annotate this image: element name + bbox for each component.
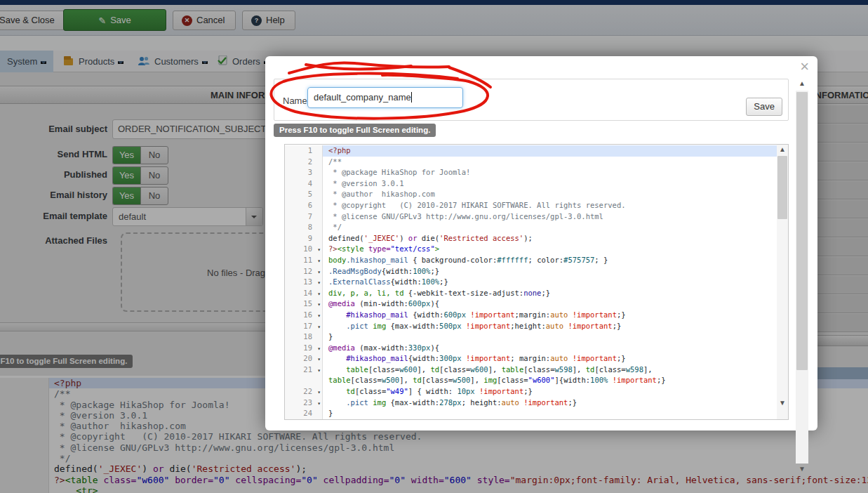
line-number-gutter: 11▾ <box>285 255 323 266</box>
code-line: 4 * @version 3.0.1 <box>285 178 788 190</box>
code-text: .ExternalClass{width:100%;} <box>323 277 788 288</box>
code-line: 1<?php <box>285 145 788 157</box>
line-number-gutter: 18 <box>285 331 323 343</box>
code-line: 10▾?><style type="text/css"> <box>285 244 788 255</box>
modal-scrollbar-thumb[interactable] <box>796 92 808 370</box>
editor-scrollbar[interactable]: ▲ ▼ <box>777 145 788 419</box>
fold-arrow-icon[interactable]: ▾ <box>317 244 321 256</box>
code-text: } <box>323 408 788 419</box>
fold-arrow-icon[interactable]: ▾ <box>317 289 321 300</box>
scroll-up-icon[interactable]: ▲ <box>775 145 789 153</box>
line-number-gutter: 12▾ <box>285 266 323 277</box>
code-text: * @author hikashop.com <box>323 189 788 200</box>
line-number-gutter: 19▾ <box>285 343 323 354</box>
code-text: .pict img {max-width:278px; height:auto … <box>323 397 788 409</box>
modal-header-box: Name default_company_name Save <box>274 79 789 121</box>
line-number-gutter: 14▾ <box>285 288 323 299</box>
code-text: } <box>323 331 788 343</box>
line-number-gutter: 20▾ <box>285 353 323 364</box>
code-line: 6 * @copyright (C) 2010-2017 HIKARI SOFT… <box>285 200 788 211</box>
code-line: 5 * @author hikashop.com <box>285 189 788 200</box>
line-number-gutter: 2 <box>285 157 323 168</box>
fold-arrow-icon[interactable]: ▾ <box>317 322 321 333</box>
fold-arrow-icon[interactable]: ▾ <box>317 354 321 365</box>
line-number-gutter: 3 <box>285 167 323 178</box>
line-number-gutter: 9 <box>285 233 323 244</box>
code-line: 21▾ table[class=w600], td[class=w600], t… <box>285 364 788 376</box>
line-number-gutter: 10▾ <box>285 244 323 255</box>
fold-arrow-icon[interactable]: ▾ <box>317 267 321 278</box>
fold-arrow-icon[interactable]: ▾ <box>317 365 321 376</box>
code-text: table[class=w500], td[class=w500], img[c… <box>323 375 788 386</box>
fold-arrow-icon[interactable]: ▾ <box>317 343 321 355</box>
modal-save-button[interactable]: Save <box>746 98 782 116</box>
code-line: 19▾@media (max-width:330px){ <box>285 343 788 354</box>
modal-code-editor[interactable]: 1<?php2/**3 * @package HikaShop for Joom… <box>284 144 789 420</box>
code-text: @media (min-width:600px){ <box>323 298 788 310</box>
line-number-gutter: 23▾ <box>285 397 323 409</box>
scroll-down-icon[interactable]: ▼ <box>795 465 809 473</box>
code-line: 12▾.ReadMsgBody{width:100%;} <box>285 266 788 277</box>
code-line: 15▾@media (min-width:600px){ <box>285 298 788 310</box>
line-number-gutter: 15▾ <box>285 298 323 310</box>
code-text: * @license GNU/GPLv3 http://www.gnu.org/… <box>323 211 788 223</box>
code-line: 8 */ <box>285 222 788 233</box>
code-line: 24} <box>285 408 788 419</box>
fullscreen-tip-modal: Press F10 to toggle Full Screen editing. <box>274 124 436 137</box>
modal-scrollbar-track[interactable] <box>796 91 808 464</box>
code-line: 3 * @package HikaShop for Joomla! <box>285 167 788 178</box>
modal-scrollbar[interactable]: ▲ ▼ <box>795 79 809 476</box>
name-input[interactable]: default_company_name <box>307 87 463 108</box>
fold-arrow-icon[interactable]: ▾ <box>317 299 321 310</box>
line-number-gutter: 21▾ <box>285 364 323 376</box>
fold-arrow-icon[interactable]: ▾ <box>317 256 321 267</box>
line-number-gutter: 17▾ <box>285 321 323 332</box>
file-edit-modal: × Name default_company_name Save Press F… <box>265 56 817 430</box>
fold-arrow-icon[interactable]: ▾ <box>317 387 321 398</box>
code-text: /** <box>323 157 788 168</box>
fold-arrow-icon[interactable]: ▾ <box>317 277 321 289</box>
code-text: * @package HikaShop for Joomla! <box>323 167 788 178</box>
code-text: div, p, a, li, td {-webkit-text-size-adj… <box>323 288 788 299</box>
code-text: defined('_JEXEC') or die('Restricted acc… <box>323 233 788 244</box>
scroll-down-icon[interactable]: ▼ <box>775 399 789 407</box>
text-caret <box>411 92 412 103</box>
fold-arrow-icon[interactable]: ▾ <box>317 310 321 322</box>
screen: Save & Close ✎Save ✕Cancel ?Help System … <box>0 0 868 493</box>
code-text: #hikashop_mail {width:600px !important;m… <box>323 310 788 321</box>
code-line: 20▾ #hikashop_mail{width:300px !importan… <box>285 353 788 364</box>
code-text: <?php <box>323 145 788 157</box>
line-number-gutter: 4 <box>285 178 323 190</box>
line-number-gutter: 13▾ <box>285 277 323 288</box>
line-number-gutter: 8 <box>285 222 323 233</box>
fold-arrow-icon[interactable]: ▾ <box>317 398 321 409</box>
code-text: * @version 3.0.1 <box>323 178 788 190</box>
close-icon[interactable]: × <box>800 59 809 74</box>
code-line: 16▾ #hikashop_mail {width:600px !importa… <box>285 310 788 321</box>
line-number-gutter: 1 <box>285 145 323 157</box>
code-text: @media (max-width:330px){ <box>323 343 788 354</box>
code-text: body.hikashop_mail { background-color:#f… <box>323 255 788 266</box>
code-line: 18} <box>285 331 788 343</box>
name-label: Name <box>283 96 307 106</box>
line-number-gutter: 24 <box>285 408 323 419</box>
line-number-gutter: 16▾ <box>285 310 323 321</box>
code-line: 2/** <box>285 157 788 168</box>
line-number-gutter: 22▾ <box>285 386 323 397</box>
code-text: ?><style type="text/css"> <box>323 244 788 255</box>
code-text: * @copyright (C) 2010-2017 HIKARI SOFTWA… <box>323 200 788 211</box>
scroll-up-icon[interactable]: ▲ <box>795 79 809 87</box>
code-line: 23▾ .pict img {max-width:278px; height:a… <box>285 397 788 409</box>
code-line: 9defined('_JEXEC') or die('Restricted ac… <box>285 233 788 244</box>
line-number-gutter <box>285 375 323 386</box>
code-text: #hikashop_mail{width:300px !important; m… <box>323 353 788 364</box>
code-text: td[class="w49"] { width: 10px !important… <box>323 386 788 397</box>
editor-scrollbar-thumb[interactable] <box>777 156 787 219</box>
code-text: .ReadMsgBody{width:100%;} <box>323 266 788 277</box>
code-line: table[class=w500], td[class=w500], img[c… <box>285 375 788 386</box>
code-line: 7 * @license GNU/GPLv3 http://www.gnu.or… <box>285 211 788 223</box>
line-number-gutter: 7 <box>285 211 323 223</box>
code-text: table[class=w600], td[class=w600], table… <box>323 364 788 376</box>
code-text: */ <box>323 222 788 233</box>
code-text: .pict img {max-width:500px !important;he… <box>323 321 788 332</box>
